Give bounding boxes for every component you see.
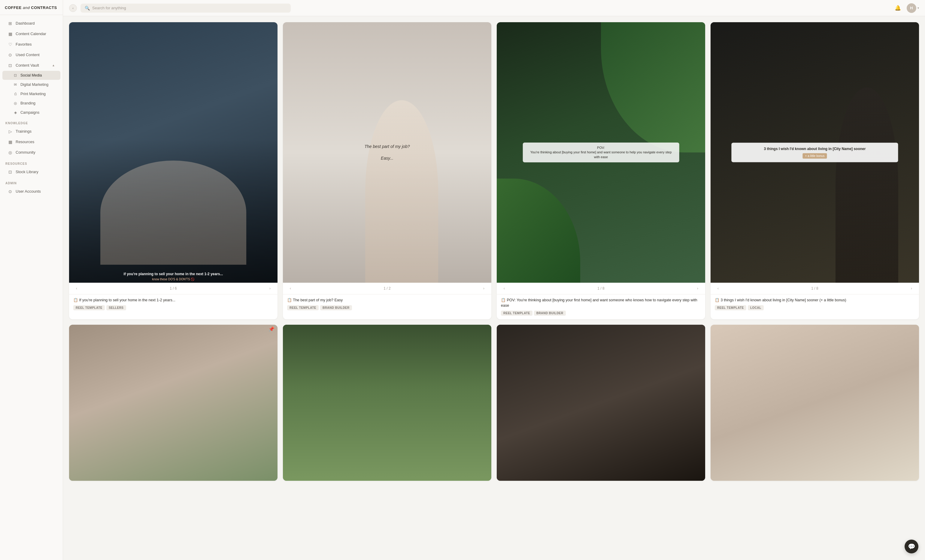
tag-brand-builder: BRAND BUILDER: [320, 305, 352, 310]
tag-brand-builder: BRAND BUILDER: [534, 311, 566, 316]
sidebar-item-label: Content Calendar: [16, 32, 46, 36]
sidebar-item-dashboard[interactable]: ⊞ Dashboard: [2, 18, 60, 29]
card-2-prev-button[interactable]: ‹: [287, 285, 294, 292]
card-1-title: 📋 If you're planning to sell your home i…: [73, 297, 273, 303]
sidebar-item-trainings[interactable]: ▷ Trainings: [2, 126, 60, 137]
branding-icon: ◎: [13, 101, 17, 105]
sidebar-item-print-marketing[interactable]: ⎙ Print Marketing: [2, 89, 60, 98]
card-4-badge: + a little bonus: [803, 153, 827, 158]
sidebar-item-user-accounts[interactable]: ⊙ User Accounts: [2, 186, 60, 197]
campaigns-icon: ◈: [13, 110, 17, 115]
topbar: ‹ 🔍 🔔 H ▾: [63, 0, 925, 16]
trainings-icon: ▷: [8, 129, 13, 134]
vault-icon: ⊡: [8, 63, 13, 68]
search-icon: 🔍: [85, 6, 90, 11]
card-1-prev-button[interactable]: ‹: [73, 285, 80, 292]
search-bar[interactable]: 🔍: [80, 4, 291, 13]
app-title: COFFEE and CONTRACTS: [5, 5, 58, 11]
sidebar-item-favorites[interactable]: ♡ Favorites: [2, 39, 60, 50]
sidebar-item-branding[interactable]: ◎ Branding: [2, 99, 60, 108]
sidebar-item-label: Resources: [16, 140, 34, 144]
user-accounts-icon: ⊙: [8, 189, 13, 194]
tag-reel-template: REEL TEMPLATE: [501, 311, 532, 316]
main-content-area: ‹ 🔍 🔔 H ▾ if you're planning to sell you…: [63, 0, 925, 560]
sidebar-item-content-calendar[interactable]: ▦ Content Calendar: [2, 29, 60, 39]
sidebar-item-label: Dashboard: [16, 21, 35, 26]
sidebar-sub-label: Campaigns: [20, 110, 39, 115]
card-4-tags: REEL TEMPLATE LOCAL: [715, 305, 915, 310]
card-3-nav: ‹ 1 / 8 ›: [497, 283, 705, 294]
chevron-down-icon: ▾: [917, 6, 919, 10]
app-logo: COFFEE and CONTRACTS: [0, 0, 63, 15]
card-2-tags: REEL TEMPLATE BRAND BUILDER: [287, 305, 487, 310]
card-3-nav-count: 1 / 8: [597, 286, 604, 291]
topbar-right: 🔔 H ▾: [893, 3, 919, 13]
admin-section-label: ADMIN: [0, 177, 63, 186]
sidebar-sub-label: Print Marketing: [20, 92, 46, 96]
tag-reel-template: REEL TEMPLATE: [287, 305, 319, 310]
card-4: 3 things I wish I'd known about living i…: [711, 22, 919, 319]
card-2-image: The best part of my job?Easy...: [283, 22, 491, 283]
card-2-nav-count: 1 / 2: [384, 286, 390, 291]
heart-icon: ♡: [8, 42, 13, 47]
card-2-title: 📋 The best part of my job? Easy: [287, 297, 487, 303]
card-4-prev-button[interactable]: ‹: [715, 285, 722, 292]
sidebar-item-label: Content Vault: [16, 63, 39, 68]
chevron-icon: ▲: [52, 64, 55, 67]
tag-local: LOCAL: [748, 305, 764, 310]
sidebar-item-used-content[interactable]: ⊙ Used Content: [2, 50, 60, 60]
card-4-image: 3 things I wish I'd known about living i…: [711, 22, 919, 283]
card-3-image: POV:You're thinking about [buying your f…: [497, 22, 705, 283]
card-6-image: [283, 325, 491, 481]
knowledge-section-label: KNOWLEDGE: [0, 117, 63, 126]
chat-support-button[interactable]: 💬: [905, 540, 918, 553]
resources-section-label: RESOURCES: [0, 158, 63, 167]
card-4-nav: ‹ 1 / 8 ›: [711, 283, 919, 294]
card-4-next-button[interactable]: ›: [908, 285, 915, 292]
card-2-next-button[interactable]: ›: [481, 285, 487, 292]
card-1-nav: ‹ 1 / 6 ›: [69, 283, 277, 294]
card-3-next-button[interactable]: ›: [695, 285, 701, 292]
card-1-overlay-sub: know these DO'S & DON'TS 🚫: [69, 278, 277, 281]
search-input[interactable]: [92, 6, 286, 10]
sidebar-item-stock-library[interactable]: ⊡ Stock Library: [2, 167, 60, 177]
content-area: if you're planning to sell your home in …: [63, 16, 925, 560]
tag-reel-template: REEL TEMPLATE: [715, 305, 746, 310]
tag-sellers: SELLERS: [106, 305, 126, 310]
card-1: if you're planning to sell your home in …: [69, 22, 277, 319]
sidebar-item-social-media[interactable]: ⊡ Social Media: [2, 71, 60, 80]
card-1-image: if you're planning to sell your home in …: [69, 22, 277, 283]
sidebar-sub-label: Digital Marketing: [20, 83, 48, 87]
sidebar-item-digital-marketing[interactable]: ✉ Digital Marketing: [2, 80, 60, 89]
card-4-overlay-card: 3 things I wish I'd known about living i…: [731, 143, 898, 162]
card-1-nav-count: 1 / 6: [170, 286, 176, 291]
sidebar-item-label: Community: [16, 150, 35, 155]
social-media-icon: ⊡: [13, 73, 17, 77]
sidebar-item-resources[interactable]: ▦ Resources: [2, 137, 60, 147]
sidebar-item-content-vault[interactable]: ⊡ Content Vault ▲: [2, 60, 60, 71]
sidebar-item-campaigns[interactable]: ◈ Campaigns: [2, 108, 60, 117]
card-6: [283, 325, 491, 481]
sidebar: COFFEE and CONTRACTS ⊞ Dashboard ▦ Conte…: [0, 0, 63, 560]
sidebar-item-label: Used Content: [16, 53, 40, 57]
card-8: [711, 325, 919, 481]
cards-grid: if you're planning to sell your home in …: [69, 22, 919, 481]
card-3-title: 📋 POV: You're thinking about [buying you…: [501, 297, 701, 308]
card-2-overlay-text: The best part of my job?Easy...: [360, 143, 415, 161]
card-8-image: [711, 325, 919, 481]
sidebar-item-label: Trainings: [16, 129, 32, 134]
user-menu[interactable]: H ▾: [907, 3, 919, 13]
card-1-overlay-title: if you're planning to sell your home in …: [69, 272, 277, 277]
avatar[interactable]: H: [907, 3, 916, 13]
sidebar-item-community[interactable]: ◎ Community: [2, 147, 60, 158]
collapse-sidebar-button[interactable]: ‹: [69, 4, 77, 12]
stock-library-icon: ⊡: [8, 170, 13, 174]
tag-reel-template: REEL TEMPLATE: [73, 305, 105, 310]
sidebar-sub-label: Social Media: [20, 73, 42, 77]
print-marketing-icon: ⎙: [13, 92, 17, 96]
card-3-prev-button[interactable]: ‹: [501, 285, 508, 292]
notifications-button[interactable]: 🔔: [893, 3, 902, 13]
card-1-body: 📋 If you're planning to sell your home i…: [69, 294, 277, 314]
dashboard-icon: ⊞: [8, 21, 13, 26]
card-1-next-button[interactable]: ›: [267, 285, 273, 292]
